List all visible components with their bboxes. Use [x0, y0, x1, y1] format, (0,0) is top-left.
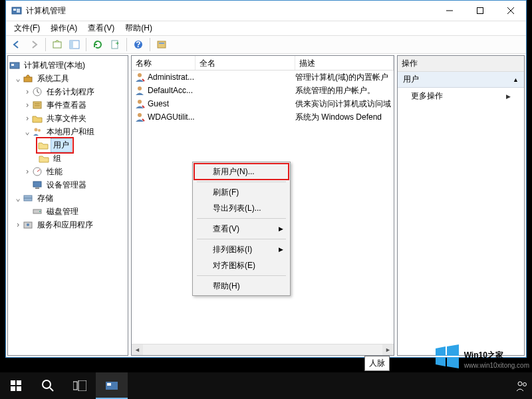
tree-task-scheduler[interactable]: ›任务计划程序 [9, 85, 126, 98]
back-button[interactable] [9, 37, 25, 53]
menu-bar: 文件(F) 操作(A) 查看(V) 帮助(H) [6, 21, 526, 35]
svg-rect-40 [17, 386, 21, 391]
expand-icon[interactable]: › [23, 167, 32, 176]
actions-header: 操作 [398, 56, 524, 72]
chevron-right-icon: ▶ [279, 225, 283, 232]
svg-rect-10 [112, 41, 118, 49]
svg-point-22 [35, 128, 38, 132]
col-desc[interactable]: 描述 [295, 56, 394, 70]
start-button[interactable] [0, 372, 32, 399]
menu-help[interactable]: 帮助(H) [121, 21, 156, 35]
user-icon [134, 98, 145, 109]
maximize-button[interactable] [465, 1, 495, 21]
ctx-help[interactable]: 帮助(H) [194, 278, 289, 294]
expand-icon[interactable]: › [23, 114, 32, 123]
forward-button[interactable] [26, 37, 42, 53]
collapse-icon[interactable]: ⌄ [13, 194, 23, 203]
actions-more[interactable]: 更多操作▶ [398, 88, 524, 104]
actions-section[interactable]: 用户▲ [398, 72, 524, 88]
col-fullname[interactable]: 全名 [196, 56, 295, 70]
list-item[interactable]: DefaultAcc... 系统管理的用户帐户。 [132, 84, 394, 97]
tree-system-tools[interactable]: ⌄系统工具 [9, 72, 126, 85]
tree-disk-mgmt[interactable]: 磁盘管理 [9, 205, 126, 218]
taskbar-app[interactable] [96, 372, 128, 399]
tree-users[interactable]: 用户 [9, 138, 126, 152]
ctx-new-user[interactable]: 新用户(N)... [194, 164, 289, 180]
expand-icon[interactable]: › [23, 87, 32, 96]
tray-people-icon[interactable] [516, 380, 528, 392]
svg-rect-14 [159, 43, 164, 44]
svg-rect-7 [53, 42, 61, 48]
toolbar: ? [6, 35, 526, 54]
title-bar[interactable]: 计算机管理 [6, 1, 526, 21]
highlight-box: 用户 [36, 137, 74, 154]
watermark-text: Win10之家www.win10xitong.com [464, 344, 529, 369]
tree-root[interactable]: 计算机管理(本地) [9, 59, 126, 72]
menu-file[interactable]: 文件(F) [10, 21, 44, 35]
tree-performance[interactable]: ›性能 [9, 165, 126, 178]
svg-rect-1 [13, 9, 16, 11]
svg-rect-4 [477, 8, 483, 14]
refresh-button[interactable] [90, 37, 106, 53]
minimize-button[interactable] [434, 1, 465, 21]
svg-rect-13 [158, 41, 166, 48]
actions-pane: 操作 用户▲ 更多操作▶ [397, 55, 525, 356]
svg-rect-2 [17, 9, 20, 13]
svg-rect-39 [11, 386, 15, 391]
folder-icon [38, 140, 49, 150]
menu-action[interactable]: 操作(A) [47, 21, 81, 35]
tree-shared-folders[interactable]: ›共享文件夹 [9, 112, 126, 125]
expand-icon[interactable]: › [23, 100, 32, 110]
ctx-view[interactable]: 查看(V)▶ [194, 221, 289, 237]
ctx-arrange[interactable]: 排列图标(I)▶ [194, 241, 289, 257]
list-item[interactable]: WDAGUtilit... 系统为 Windows Defend [132, 110, 394, 124]
up-button[interactable] [49, 37, 65, 53]
app-icon [11, 5, 22, 16]
svg-rect-37 [11, 380, 15, 385]
svg-line-42 [50, 388, 53, 391]
svg-point-32 [27, 223, 29, 226]
taskbar[interactable] [0, 372, 532, 399]
ctx-align[interactable]: 对齐图标(E) [194, 257, 289, 273]
system-tray[interactable] [516, 372, 532, 399]
user-icon [134, 72, 145, 82]
taskview-button[interactable] [64, 372, 96, 399]
close-button[interactable] [495, 1, 526, 21]
collapse-icon: ▲ [513, 76, 519, 83]
scroll-left-icon[interactable]: ◄ [132, 344, 143, 356]
properties-button[interactable] [154, 37, 170, 53]
svg-rect-25 [33, 182, 41, 187]
tree-event-viewer[interactable]: ›事件查看器 [9, 98, 126, 112]
svg-rect-17 [24, 77, 32, 82]
scroll-right-icon[interactable]: ► [382, 344, 394, 356]
tree-groups[interactable]: 组 [9, 152, 126, 165]
svg-rect-46 [107, 383, 111, 386]
show-hide-tree-button[interactable] [66, 37, 82, 53]
search-button[interactable] [32, 372, 64, 399]
expand-icon[interactable]: › [13, 220, 23, 229]
horizontal-scrollbar[interactable]: ◄ ► [132, 344, 394, 355]
col-name[interactable]: 名称 [132, 56, 196, 70]
ctx-refresh[interactable]: 刷新(F) [194, 184, 289, 200]
list-item[interactable]: Guest 供来宾访问计算机或访问域 [132, 97, 394, 110]
help-button[interactable]: ? [130, 37, 146, 53]
svg-rect-44 [78, 380, 86, 391]
tree-services-apps[interactable]: ›服务和应用程序 [9, 218, 126, 231]
list-item[interactable]: Administrat... 管理计算机(域)的内置帐户 [132, 70, 394, 84]
list-header: 名称 全名 描述 [132, 56, 394, 70]
svg-rect-38 [17, 380, 21, 385]
svg-rect-26 [35, 188, 39, 189]
menu-view[interactable]: 查看(V) [84, 21, 118, 35]
user-icon [134, 85, 145, 96]
tree-device-manager[interactable]: 设备管理器 [9, 178, 126, 192]
svg-rect-28 [24, 198, 32, 201]
collapse-icon[interactable]: ⌄ [13, 74, 23, 83]
svg-rect-43 [73, 382, 77, 390]
svg-point-34 [138, 86, 142, 90]
tree-pane[interactable]: 计算机管理(本地) ⌄系统工具 ›任务计划程序 ›事件查看器 ›共享文件夹 ⌄本… [7, 55, 128, 356]
ctx-export[interactable]: 导出列表(L)... [194, 200, 289, 216]
svg-point-35 [138, 100, 142, 104]
tree-storage[interactable]: ⌄存储 [9, 192, 126, 205]
collapse-icon[interactable]: ⌄ [23, 127, 32, 136]
export-button[interactable] [107, 37, 123, 53]
